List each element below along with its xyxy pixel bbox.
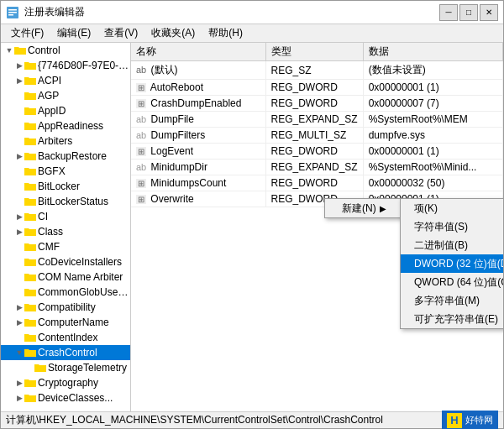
- reg-data: 0x00000032 (50): [363, 175, 502, 191]
- tree-item-class[interactable]: ▶ Class: [1, 224, 130, 239]
- tree-item-storagetelemetry[interactable]: StorageTelemetry: [1, 360, 130, 375]
- tree-toggle[interactable]: ▶: [14, 394, 24, 402]
- tree-item-bitlocker[interactable]: BitLocker: [1, 179, 130, 194]
- menu-view[interactable]: 查看(V): [97, 24, 144, 42]
- folder-icon: [24, 256, 36, 268]
- context-menu-new[interactable]: 新建(N) ▶: [325, 199, 403, 217]
- tree-label: {7746D80F-97E0-4E26-...: [38, 60, 130, 71]
- menu-help[interactable]: 帮助(H): [202, 24, 249, 42]
- menu-edit[interactable]: 编辑(E): [50, 24, 97, 42]
- submenu-item-dword32[interactable]: DWORD (32 位)值(D): [401, 254, 503, 273]
- table-row[interactable]: ab (默认) REG_SZ (数值未设置): [131, 61, 503, 80]
- svg-rect-2: [8, 12, 17, 13]
- tree-toggle[interactable]: ▼: [4, 46, 14, 55]
- table-row[interactable]: ab DumpFilters REG_MULTI_SZ dumpfve.sys: [131, 128, 503, 144]
- tree-toggle[interactable]: ▶: [14, 152, 24, 160]
- tree-toggle[interactable]: ▼: [14, 348, 24, 357]
- tree-item-computername[interactable]: ▶ ComputerName: [1, 315, 130, 330]
- reg-name: ab (默认): [131, 61, 265, 80]
- tree-item-0[interactable]: ▶ {7746D80F-97E0-4E26-...: [1, 58, 130, 73]
- watermark: H 好特网: [442, 411, 498, 430]
- dword-icon: ⊞: [136, 179, 146, 188]
- ab-icon: ab: [136, 65, 146, 75]
- tree-item-cryptography[interactable]: ▶ Cryptography: [1, 375, 130, 390]
- minimize-button[interactable]: ─: [439, 4, 458, 21]
- tree-item-arbiters[interactable]: Arbiters: [1, 133, 130, 149]
- tree-label: CommonGlobUserSett...: [38, 286, 130, 298]
- tree-item-control[interactable]: ▼ Control: [1, 43, 130, 58]
- reg-type: REG_DWORD: [265, 144, 363, 160]
- table-row[interactable]: ⊞ CrashDumpEnabled REG_DWORD 0x00000007 …: [131, 96, 503, 112]
- folder-icon: [24, 226, 36, 238]
- tree-item-ci[interactable]: ▶ CI: [1, 209, 130, 224]
- submenu-item-multistring[interactable]: 多字符串值(M): [401, 291, 503, 310]
- tree-item-cmf[interactable]: CMF: [1, 239, 130, 254]
- table-row[interactable]: ⊞ LogEvent REG_DWORD 0x00000001 (1): [131, 144, 503, 160]
- submenu[interactable]: 项(K) 字符串值(S) 二进制值(B) DWORD (32 位)值(D) QW…: [400, 198, 503, 329]
- tree-item-agp[interactable]: AGP: [1, 88, 130, 103]
- reg-data: %SystemRoot%\Minid...: [363, 160, 502, 175]
- submenu-item-expandstring[interactable]: 可扩充字符串值(E): [401, 310, 503, 328]
- tree-item-deviceclasses[interactable]: ▶ DeviceClasses...: [1, 390, 130, 405]
- tree-toggle[interactable]: ▶: [14, 61, 24, 70]
- tree-toggle[interactable]: ▶: [14, 318, 24, 327]
- tree-toggle[interactable]: ▶: [14, 76, 24, 85]
- tree-item-comname[interactable]: COM Name Arbiter: [1, 269, 130, 285]
- tree-label: Control: [28, 44, 60, 56]
- col-header-data[interactable]: 数据: [363, 43, 502, 61]
- tree-label: AGP: [38, 90, 59, 102]
- main-content: ▼ Control ▶ {7746D80F-97E0-4E26-...: [1, 43, 503, 411]
- tree-item-crashcontrol[interactable]: ▼ CrashControl: [1, 345, 130, 360]
- tree-item-bitlockerstatus[interactable]: BitLockerStatus: [1, 194, 130, 209]
- folder-icon: [24, 286, 36, 298]
- reg-data: 0x00000007 (7): [363, 96, 502, 112]
- reg-type: REG_DWORD: [265, 96, 363, 112]
- tree-item-appid[interactable]: AppID: [1, 103, 130, 118]
- tree-item-commonglob[interactable]: CommonGlobUserSett...: [1, 285, 130, 300]
- submenu-item-qword64[interactable]: QWORD (64 位)值(Q): [401, 273, 503, 291]
- tree-item-compatibility[interactable]: ▶ Compatibility: [1, 300, 130, 315]
- status-text: 计算机\HKEY_LOCAL_MACHINE\SYSTEM\CurrentCon…: [6, 413, 383, 427]
- tree-toggle[interactable]: ▶: [14, 303, 24, 311]
- submenu-item-string[interactable]: 字符串值(S): [401, 217, 503, 236]
- registry-editor-window: 注册表编辑器 ─ □ ✕ 文件(F) 编辑(E) 查看(V) 收藏夹(A) 帮助…: [0, 0, 504, 429]
- tree-item-contentindex[interactable]: ContentIndex: [1, 330, 130, 345]
- tree-item-backuprestore[interactable]: ▶ BackupRestore: [1, 149, 130, 164]
- menu-favorites[interactable]: 收藏夹(A): [144, 24, 202, 42]
- dword-icon: ⊞: [136, 147, 146, 156]
- tree-toggle[interactable]: ▶: [14, 212, 24, 221]
- registry-tree[interactable]: ▼ Control ▶ {7746D80F-97E0-4E26-...: [1, 43, 131, 411]
- context-menu[interactable]: 新建(N) ▶: [324, 198, 404, 218]
- reg-type: REG_MULTI_SZ: [265, 128, 363, 144]
- maximize-button[interactable]: □: [459, 4, 478, 21]
- tree-item-codeviceinstallers[interactable]: CoDeviceInstallers: [1, 254, 130, 269]
- tree-item-bgfx[interactable]: BGFX: [1, 164, 130, 179]
- tree-label: DeviceClasses...: [38, 392, 113, 404]
- submenu-item-key[interactable]: 项(K): [401, 199, 503, 217]
- reg-type: REG_SZ: [265, 61, 363, 80]
- dword-icon: ⊞: [136, 99, 146, 108]
- tree-label: BGFX: [38, 165, 66, 177]
- menu-file[interactable]: 文件(F): [4, 24, 50, 42]
- table-row[interactable]: ⊞ MinidumpsCount REG_DWORD 0x00000032 (5…: [131, 175, 503, 191]
- ab-icon: ab: [136, 114, 146, 124]
- status-bar: 计算机\HKEY_LOCAL_MACHINE\SYSTEM\CurrentCon…: [1, 411, 503, 428]
- col-header-type[interactable]: 类型: [265, 43, 363, 61]
- table-row[interactable]: ab MinidumpDir REG_EXPAND_SZ %SystemRoot…: [131, 160, 503, 175]
- app-icon: [6, 6, 19, 19]
- reg-name: ⊞ MinidumpsCount: [131, 175, 265, 191]
- folder-icon: [24, 377, 36, 389]
- tree-item-appreadiness[interactable]: AppReadiness: [1, 118, 130, 133]
- folder-icon: [24, 90, 36, 102]
- table-row[interactable]: ab DumpFile REG_EXPAND_SZ %SystemRoot%\M…: [131, 112, 503, 128]
- close-button[interactable]: ✕: [480, 4, 498, 21]
- table-row[interactable]: ⊞ AutoReboot REG_DWORD 0x00000001 (1): [131, 80, 503, 96]
- tree-toggle[interactable]: ▶: [14, 228, 24, 236]
- tree-item-acpi[interactable]: ▶ ACPI: [1, 73, 130, 88]
- reg-name: ⊞ CrashDumpEnabled: [131, 96, 265, 112]
- tree-toggle[interactable]: ▶: [14, 379, 24, 387]
- submenu-item-binary[interactable]: 二进制值(B): [401, 236, 503, 254]
- ab-icon: ab: [136, 130, 146, 140]
- folder-icon: [24, 332, 36, 343]
- col-header-name[interactable]: 名称: [131, 43, 265, 61]
